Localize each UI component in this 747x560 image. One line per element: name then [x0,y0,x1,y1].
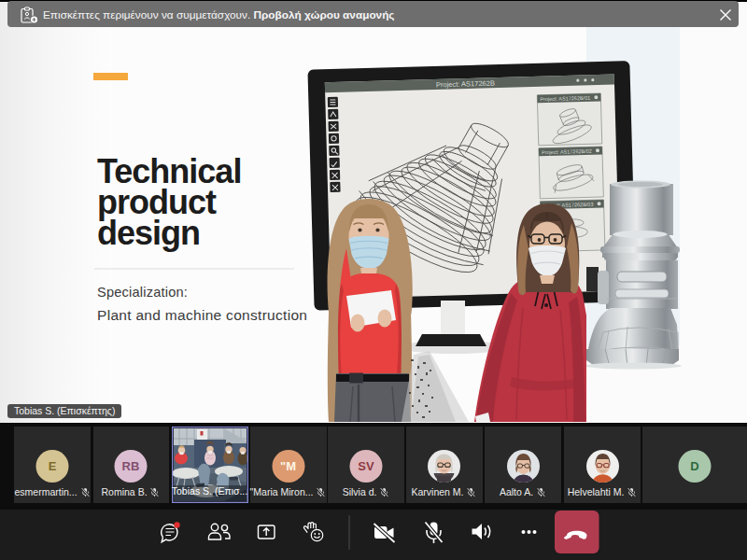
svg-text:design: design [97,214,200,252]
svg-text:Project: AS17262B: Project: AS17262B [436,79,495,90]
svg-text:Specialization:: Specialization: [97,285,188,300]
svg-text:Plant and machine construction: Plant and machine construction [97,307,307,323]
